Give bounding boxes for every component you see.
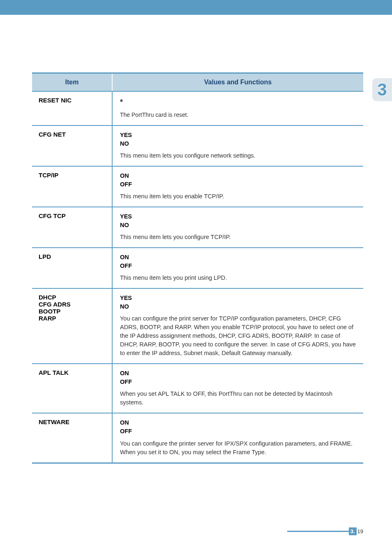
table-row: TCP/IP ON OFF This menu item lets you en… [32, 166, 363, 207]
value-tcp-ip: ON OFF This menu item lets you enable TC… [112, 166, 363, 207]
footer-page-num: 19 [357, 528, 363, 534]
option-on: ON [120, 172, 129, 179]
option-no: NO [120, 222, 129, 228]
value-apl-talk: ON OFF When you set APL TALK to OFF, thi… [112, 364, 363, 413]
option-no: NO [120, 303, 129, 310]
table-header-row: Item Values and Functions [32, 73, 363, 92]
description-text: You can configure the print server for T… [120, 314, 356, 358]
header-item: Item [32, 73, 112, 92]
table-row: CFG NET YES NO This menu item lets you c… [32, 125, 363, 166]
item-reset-nic: RESET NIC [32, 91, 112, 125]
value-options: YES NO [120, 212, 356, 230]
table-row: CFG TCP YES NO This menu item lets you c… [32, 207, 363, 248]
description-text: This menu item lets you enable TCP/IP. [120, 192, 356, 201]
item-cfg-tcp: CFG TCP [32, 207, 112, 248]
asterisk-symbol: * [120, 97, 356, 107]
option-off: OFF [120, 262, 132, 269]
settings-table: Item Values and Functions RESET NIC * Th… [32, 72, 363, 464]
description-text: The PortThru card is reset. [120, 111, 189, 118]
table-row: APL TALK ON OFF When you set APL TALK to… [32, 364, 363, 413]
footer-page-number: 3.19 [287, 527, 363, 535]
value-options: ON OFF [120, 172, 356, 189]
value-options: ON OFF [120, 418, 356, 436]
item-bootp: BOOTP [39, 308, 60, 315]
item-tcp-ip: TCP/IP [32, 166, 112, 207]
description-text: You can configure the printer server for… [120, 439, 356, 457]
value-options: YES NO [120, 294, 356, 311]
description-text: This menu item lets you configure TCP/IP… [120, 233, 356, 242]
item-dhcp: DHCP [39, 294, 56, 301]
value-lpd: ON OFF This menu item lets you print usi… [112, 248, 363, 288]
option-on: ON [120, 254, 129, 260]
value-netware: ON OFF You can configure the printer ser… [112, 413, 363, 463]
item-cfg-adrs: CFG ADRS [39, 301, 71, 308]
table-row: DHCP CFG ADRS BOOTP RARP YES NO You can … [32, 288, 363, 364]
value-options: YES NO [120, 131, 356, 148]
value-cfg-tcp: YES NO This menu item lets you configure… [112, 207, 363, 248]
description-text: This menu item lets you print using LPD. [120, 274, 356, 282]
option-no: NO [120, 140, 129, 147]
option-yes: YES [120, 213, 132, 220]
footer-line [287, 531, 349, 532]
option-on: ON [120, 370, 129, 376]
value-reset-nic: * The PortThru card is reset. [112, 91, 363, 125]
option-yes: YES [120, 295, 132, 301]
option-off: OFF [120, 181, 132, 188]
chapter-indicator: 3 [372, 78, 392, 101]
item-lpd: LPD [32, 248, 112, 288]
top-accent-bar [0, 0, 392, 15]
value-cfg-net: YES NO This menu item lets you configure… [112, 125, 363, 166]
item-netware: NETWARE [32, 413, 112, 463]
item-rarp: RARP [39, 315, 56, 322]
option-off: OFF [120, 379, 132, 385]
header-values: Values and Functions [112, 73, 363, 92]
value-dhcp-group: YES NO You can configure the print serve… [112, 288, 363, 364]
description-text: This menu item lets you configure networ… [120, 151, 356, 160]
table-row: RESET NIC * The PortThru card is reset. [32, 91, 363, 125]
item-apl-talk: APL TALK [32, 364, 112, 413]
value-options: ON OFF [120, 369, 356, 386]
table-row: LPD ON OFF This menu item lets you print… [32, 248, 363, 288]
main-content: Item Values and Functions RESET NIC * Th… [0, 15, 392, 464]
item-cfg-net: CFG NET [32, 125, 112, 166]
description-text: When you set APL TALK to OFF, this PortT… [120, 390, 356, 407]
table-row: NETWARE ON OFF You can configure the pri… [32, 413, 363, 463]
value-options: ON OFF [120, 253, 356, 270]
option-yes: YES [120, 132, 132, 138]
item-dhcp-group: DHCP CFG ADRS BOOTP RARP [32, 288, 112, 364]
footer-chapter: 3. [349, 527, 357, 535]
option-on: ON [120, 419, 129, 426]
chapter-number: 3 [377, 80, 387, 100]
option-off: OFF [120, 428, 132, 434]
